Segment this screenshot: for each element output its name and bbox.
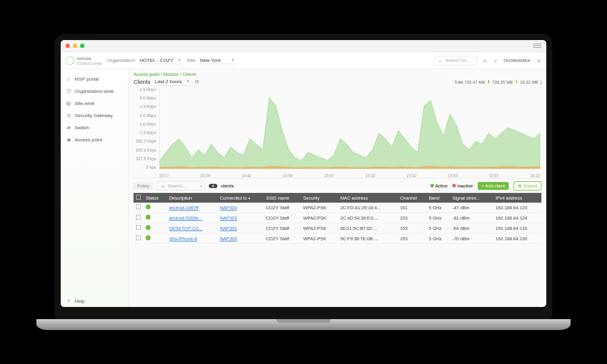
ap-link[interactable]: NAP303 (220, 236, 237, 241)
brand-logo-icon (66, 56, 74, 65)
refresh-icon[interactable]: ⟳ (194, 79, 200, 85)
add-client-button[interactable]: + Add client (478, 182, 509, 190)
sidebar-item-security-gateway[interactable]: ◎Security Gateway (61, 109, 128, 121)
sidebar-item-label: Access point (75, 137, 102, 143)
column-header[interactable]: Band (426, 193, 450, 203)
search-icon: ⌕ (160, 183, 166, 189)
sidebar-item-label: Site-wide (75, 101, 95, 106)
select-all-checkbox[interactable] (136, 195, 141, 200)
client-link[interactable]: android-5209b... (169, 215, 203, 221)
brand-sub: Control Center (76, 61, 102, 66)
orchestrator-link[interactable]: Orchestrator (504, 58, 531, 63)
bell-icon[interactable]: ♪ (493, 58, 499, 64)
column-header[interactable] (134, 193, 143, 203)
user-icon[interactable]: ☺ (482, 58, 488, 64)
policy-button[interactable]: Policy (134, 182, 153, 190)
nav-icon: ▤ (66, 100, 72, 106)
nav-icon: ⇄ (66, 124, 72, 130)
status-badge (146, 235, 151, 240)
column-header[interactable]: Status (143, 193, 167, 203)
brand: nebula Control Center (66, 56, 102, 66)
ap-link[interactable]: NAP303 (220, 215, 237, 221)
sidebar-item-msp-portal[interactable]: ⌂MSP portal (61, 73, 128, 85)
organization-label: Organization: (107, 58, 136, 63)
logout-icon[interactable]: ⎋ (535, 58, 541, 64)
status-badge (146, 225, 151, 230)
row-checkbox[interactable] (136, 225, 141, 230)
maximize-icon[interactable] (80, 44, 84, 48)
global-search[interactable]: ⌕ Search for... (435, 56, 477, 66)
organization-select[interactable]: Organization: HOTEL - COZY (107, 57, 181, 64)
ap-link[interactable]: NAP303 (220, 205, 237, 211)
total-traffic: Total 735.47 MB (454, 80, 485, 84)
column-header[interactable]: SSID name (263, 193, 300, 203)
window-titlebar (61, 40, 546, 52)
table-row[interactable]: android-1067ff NAP303 COZY Staff WPA2-PS… (134, 203, 541, 213)
help-icon: ? (66, 298, 72, 304)
client-count-badge: 4 (209, 184, 217, 188)
close-icon[interactable] (66, 44, 70, 48)
client-link[interactable]: android-1067ff (169, 205, 198, 211)
breadcrumb[interactable]: Access point › Monitor › Clients (134, 72, 541, 77)
table-row[interactable]: Shs-IPhone-6 NAP303 COZY Staff WPA2-PSK … (134, 234, 541, 244)
column-header[interactable]: Security (301, 193, 338, 203)
traffic-chart: 2.9 Mbps2.6 Mbps2.3 Mbps2.0 Mbps1.6 Mbps… (134, 87, 541, 178)
brand-name: nebula (76, 56, 102, 61)
column-header[interactable]: MAC address (338, 193, 398, 203)
export-button[interactable]: 🗎 Export (514, 181, 541, 190)
top-bar: nebula Control Center Organization: HOTE… (61, 52, 546, 69)
upload-icon: ⬆ (515, 79, 518, 84)
row-checkbox[interactable] (136, 235, 141, 240)
download-icon: ⬇ (487, 79, 490, 84)
status-badge (146, 215, 151, 220)
hamburger-icon[interactable] (533, 44, 541, 48)
status-badge (146, 204, 151, 209)
legend-inactive: Inactive (452, 183, 473, 189)
nav-icon: ⌂ (66, 76, 72, 82)
nav-icon: ☷ (66, 88, 72, 94)
sidebar-item-organization-wide[interactable]: ☷Organization-wide (61, 85, 128, 97)
page-title: Clients (134, 79, 151, 85)
column-header[interactable]: IPv4 address (493, 193, 541, 203)
table-row[interactable]: android-5209b... NAP303 COZY Staff WPA2-… (134, 213, 541, 223)
search-icon: ⌕ (438, 58, 444, 64)
nav-icon: ◉ (66, 136, 72, 143)
row-checkbox[interactable] (136, 215, 141, 220)
column-header[interactable]: Channel (398, 193, 427, 203)
sidebar-item-site-wide[interactable]: ▤Site-wide (61, 97, 128, 109)
time-range-select[interactable]: Last 2 hours (154, 78, 191, 86)
sidebar: ⌂MSP portal☷Organization-wide▤Site-wide◎… (61, 69, 129, 307)
search-placeholder: Search for... (446, 58, 470, 63)
client-link[interactable]: Shs-IPhone-6 (169, 236, 197, 241)
client-link[interactable]: DESKTOP-CC... (169, 226, 203, 231)
client-count-label: clients (221, 183, 234, 189)
nav-icon: ◎ (66, 112, 72, 118)
clients-table: StatusDescriptionConnected toSSID nameSe… (134, 193, 541, 244)
table-row[interactable]: DESKTOP-CC... NAP303 COZY Staff WPA2-PSK… (134, 223, 541, 234)
row-checkbox[interactable] (136, 204, 141, 209)
column-header[interactable]: Description (167, 193, 218, 203)
organization-value[interactable]: HOTEL - COZY (138, 57, 182, 64)
sidebar-item-help[interactable]: ? Help (61, 295, 128, 307)
sidebar-item-label: MSP portal (75, 76, 98, 82)
upload-total: 15.22 MB (520, 80, 538, 84)
legend-active: Active (430, 183, 447, 189)
sidebar-item-label: Security Gateway (75, 113, 113, 118)
sidebar-item-label: Organization-wide (75, 89, 114, 94)
minimize-icon[interactable] (73, 44, 77, 48)
ap-link[interactable]: NAP303 (220, 226, 237, 231)
column-header[interactable]: Signal stren... (450, 193, 493, 203)
sidebar-item-switch[interactable]: ⇄Switch (61, 121, 128, 133)
download-total: 720.25 MB (492, 80, 513, 84)
site-label: Site: (187, 58, 197, 63)
site-value[interactable]: New York (199, 57, 236, 64)
sidebar-item-label: Switch (75, 125, 89, 130)
column-header[interactable]: Connected to (217, 193, 263, 203)
sidebar-item-label: Help (75, 298, 84, 304)
site-select[interactable]: Site: New York (187, 57, 236, 64)
sidebar-item-access-point[interactable]: ◉Access point (61, 133, 128, 146)
table-search[interactable]: ⌕ Search... ▾ (157, 181, 205, 190)
